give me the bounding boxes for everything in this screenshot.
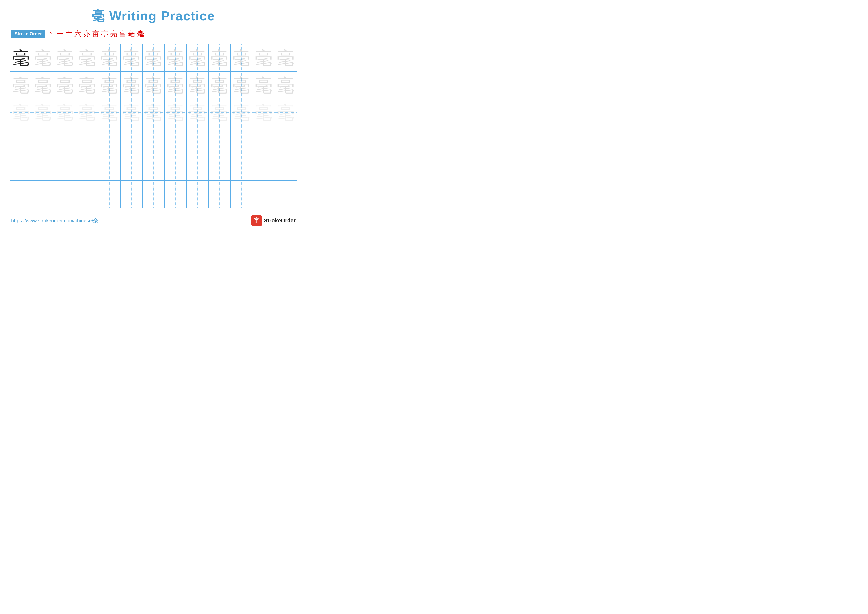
grid-row-2: 毫 毫 毫 毫 毫 毫 毫 毫 毫 毫 毫 毫 毫 xyxy=(10,72,297,99)
grid-cell: 毫 xyxy=(231,44,253,72)
grid-cell[interactable] xyxy=(98,153,120,180)
grid-cell: 毫 xyxy=(142,99,164,126)
grid-cell[interactable] xyxy=(186,153,209,180)
grid-cell: 毫 xyxy=(120,44,142,72)
brand-icon: 字 xyxy=(251,215,262,226)
stroke-order-badge: Stroke Order xyxy=(11,30,45,38)
practice-grid: 毫 毫 毫 毫 毫 毫 毫 毫 毫 毫 毫 毫 毫 毫 毫 毫 毫 毫 毫 毫 … xyxy=(10,44,297,208)
brand-logo: 字 StrokeOrder xyxy=(251,215,296,226)
grid-cell: 毫 xyxy=(54,44,76,72)
grid-cell: 毫 xyxy=(253,99,274,126)
grid-cell: 毫 xyxy=(76,99,98,126)
grid-cell: 毫 xyxy=(186,44,209,72)
grid-cell: 毫 xyxy=(32,72,54,99)
grid-cell: 毫 xyxy=(54,99,76,126)
grid-cell[interactable] xyxy=(10,126,32,153)
grid-cell[interactable] xyxy=(76,153,98,180)
grid-cell[interactable] xyxy=(274,153,297,180)
grid-cell[interactable] xyxy=(98,126,120,153)
grid-cell: 毫 xyxy=(54,72,76,99)
grid-cell: 毫 xyxy=(120,72,142,99)
grid-cell[interactable] xyxy=(186,126,209,153)
grid-cell[interactable] xyxy=(164,153,186,180)
grid-cell[interactable] xyxy=(32,153,54,180)
brand-name: StrokeOrder xyxy=(264,218,296,224)
grid-cell: 毫 xyxy=(76,44,98,72)
grid-row-1: 毫 毫 毫 毫 毫 毫 毫 毫 毫 毫 毫 毫 毫 xyxy=(10,44,297,72)
grid-cell[interactable] xyxy=(209,180,231,208)
grid-cell: 毫 xyxy=(120,99,142,126)
page-title: 毫 Writing Practice xyxy=(10,8,297,25)
grid-cell[interactable] xyxy=(253,126,274,153)
grid-cell[interactable] xyxy=(76,180,98,208)
grid-cell[interactable] xyxy=(54,180,76,208)
grid-cell: 毫 xyxy=(209,72,231,99)
grid-cell: 毫 xyxy=(253,72,274,99)
grid-cell: 毫 xyxy=(98,72,120,99)
grid-cell: 毫 xyxy=(274,99,297,126)
grid-cell[interactable] xyxy=(10,153,32,180)
grid-row-5 xyxy=(10,153,297,180)
grid-cell: 毫 xyxy=(32,99,54,126)
stroke-order-chars: 丶 一 亠 六 亦 亩 亭 亮 亯 亳 毫 xyxy=(48,29,144,39)
grid-cell[interactable] xyxy=(164,126,186,153)
grid-cell[interactable] xyxy=(209,153,231,180)
grid-row-6 xyxy=(10,180,297,208)
grid-cell: 毫 xyxy=(186,72,209,99)
grid-cell: 毫 xyxy=(231,99,253,126)
grid-cell[interactable] xyxy=(120,180,142,208)
grid-cell[interactable] xyxy=(253,153,274,180)
grid-cell: 毫 xyxy=(142,44,164,72)
grid-cell: 毫 xyxy=(186,99,209,126)
grid-cell: 毫 xyxy=(164,44,186,72)
grid-cell: 毫 xyxy=(10,72,32,99)
grid-cell[interactable] xyxy=(209,126,231,153)
grid-cell: 毫 xyxy=(274,44,297,72)
grid-cell: 毫 xyxy=(32,44,54,72)
grid-cell: 毫 xyxy=(274,72,297,99)
grid-cell: 毫 xyxy=(231,72,253,99)
grid-cell[interactable] xyxy=(164,180,186,208)
grid-cell: 毫 xyxy=(164,99,186,126)
grid-cell: 毫 xyxy=(209,99,231,126)
grid-cell: 毫 xyxy=(253,44,274,72)
grid-cell: 毫 xyxy=(98,44,120,72)
grid-cell: 毫 xyxy=(142,72,164,99)
footer: https://www.strokeorder.com/chinese/毫 字 … xyxy=(10,215,297,226)
grid-cell[interactable] xyxy=(274,180,297,208)
grid-cell: 毫 xyxy=(76,72,98,99)
grid-cell[interactable] xyxy=(142,180,164,208)
grid-row-4 xyxy=(10,126,297,153)
grid-cell[interactable] xyxy=(32,126,54,153)
grid-cell[interactable] xyxy=(120,126,142,153)
grid-cell[interactable] xyxy=(231,153,253,180)
grid-cell[interactable] xyxy=(142,126,164,153)
grid-cell: 毫 xyxy=(209,44,231,72)
grid-cell[interactable] xyxy=(186,180,209,208)
grid-cell[interactable] xyxy=(253,180,274,208)
footer-url[interactable]: https://www.strokeorder.com/chinese/毫 xyxy=(11,218,98,224)
grid-cell[interactable] xyxy=(10,180,32,208)
grid-cell[interactable] xyxy=(231,126,253,153)
grid-cell[interactable] xyxy=(142,153,164,180)
grid-cell[interactable] xyxy=(274,126,297,153)
grid-row-3: 毫 毫 毫 毫 毫 毫 毫 毫 毫 毫 毫 毫 毫 xyxy=(10,99,297,126)
grid-cell[interactable] xyxy=(54,126,76,153)
grid-cell: 毫 xyxy=(10,99,32,126)
stroke-order-row: Stroke Order 丶 一 亠 六 亦 亩 亭 亮 亯 亳 毫 xyxy=(10,29,297,39)
grid-cell: 毫 xyxy=(98,99,120,126)
grid-cell: 毫 xyxy=(164,72,186,99)
grid-cell[interactable] xyxy=(231,180,253,208)
grid-cell[interactable] xyxy=(98,180,120,208)
grid-cell[interactable] xyxy=(54,153,76,180)
grid-cell[interactable] xyxy=(76,126,98,153)
grid-cell[interactable] xyxy=(32,180,54,208)
grid-cell[interactable] xyxy=(120,153,142,180)
grid-cell: 毫 xyxy=(10,44,32,72)
